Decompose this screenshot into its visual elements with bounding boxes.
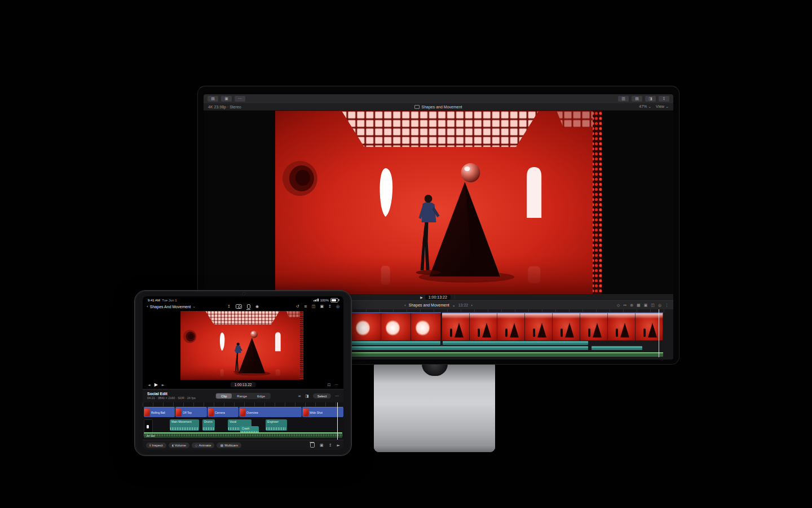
extensions-button[interactable]: ··· bbox=[235, 96, 245, 102]
ipad-toolbar: ‹ Shapes And Movement ⌄ ↥ ◉ ↺ ≡ ◫ ▣ ↥ ◎ bbox=[143, 303, 343, 310]
fcp-ipad-app: 9:41 AM Tue Jun 1 100% ‹ Shapes And Move… bbox=[143, 296, 343, 450]
playhead[interactable] bbox=[337, 402, 338, 440]
multicam-view-icon[interactable]: ▦ bbox=[637, 303, 641, 308]
viewer-video bbox=[275, 111, 602, 294]
viewer-icon bbox=[414, 105, 420, 109]
audio-clip[interactable] bbox=[351, 346, 588, 350]
inspect-button[interactable]: ℹ Inspect bbox=[146, 443, 166, 448]
add-clip-icon[interactable]: ⊕ bbox=[630, 303, 633, 308]
viewer-overlay-icon[interactable]: ▣ bbox=[320, 304, 324, 309]
index-panel-button[interactable]: ▥ bbox=[618, 96, 629, 102]
video-clip[interactable]: Overview bbox=[239, 407, 302, 417]
display-stand bbox=[374, 364, 495, 452]
back-button[interactable]: ‹ bbox=[147, 304, 148, 309]
jog-mode-control: Clip Range Edge bbox=[215, 393, 271, 399]
browser-list-icon[interactable]: ≡ bbox=[304, 304, 307, 309]
video-clip[interactable] bbox=[351, 312, 441, 340]
ipad-viewer-video bbox=[180, 311, 304, 380]
timeline-forward-button[interactable]: › bbox=[471, 303, 473, 308]
undo-icon[interactable]: ↺ bbox=[296, 304, 299, 309]
multicam-button[interactable]: ▦ Multicam bbox=[217, 443, 241, 448]
jog-mode-range[interactable]: Range bbox=[232, 393, 252, 398]
browser-panel-button[interactable]: ▤ bbox=[632, 96, 642, 102]
audio-clip[interactable] bbox=[592, 346, 642, 350]
view-menu[interactable]: View ⌄ bbox=[656, 104, 669, 109]
audio-clip[interactable] bbox=[351, 341, 440, 345]
project-info-bar: Social Edit 04:21 · 3840 × 2160 · SDR · … bbox=[143, 389, 343, 402]
status-date: Tue Jun 1 bbox=[162, 299, 176, 302]
fullscreen-icon[interactable]: ⊡ bbox=[327, 383, 330, 387]
timeline-more-icon[interactable]: ··· bbox=[335, 394, 339, 398]
video-clip[interactable]: Off Top bbox=[175, 407, 207, 417]
keyframe-icon: ◇ bbox=[195, 443, 198, 447]
video-clip[interactable] bbox=[442, 312, 663, 340]
zoom-level-menu[interactable]: 47% ⌄ bbox=[639, 104, 651, 109]
playhead[interactable] bbox=[659, 309, 659, 357]
clip-skip-icon[interactable]: ► bbox=[337, 443, 340, 448]
ipad-transport: ◄ ▶ ► 1:00:13.22 ⊡ ··· bbox=[143, 380, 343, 389]
delete-icon[interactable] bbox=[310, 443, 315, 448]
export-icon[interactable]: ↥ bbox=[328, 304, 332, 309]
ipad-viewer bbox=[143, 310, 343, 380]
title-caret[interactable]: ⌄ bbox=[192, 304, 196, 309]
music-clip[interactable] bbox=[351, 352, 663, 357]
snapping-icon[interactable]: ◫ bbox=[651, 303, 655, 308]
desk-scene: ▤ ▣ ··· ▥ ▤ ◨ ↥ 4K 23.98p · Stereo Shape… bbox=[0, 0, 812, 508]
media-browser-button[interactable]: ▤ bbox=[208, 96, 218, 102]
speaker-icon: ◖ bbox=[172, 443, 174, 447]
battery-percent: 100% bbox=[320, 299, 329, 302]
audio-clip[interactable]: Engineer bbox=[266, 419, 287, 431]
mic-icon[interactable] bbox=[247, 304, 250, 309]
detach-audio-icon[interactable]: ↥ bbox=[329, 443, 332, 448]
connect-clip-icon[interactable]: ∞ bbox=[298, 394, 301, 398]
timeline-project-title[interactable]: Shapes and Movement bbox=[409, 303, 449, 307]
timeline-ruler[interactable] bbox=[143, 402, 343, 407]
audio-meters-icon[interactable]: ⋮ bbox=[453, 295, 457, 300]
project-title[interactable]: Shapes And Movement bbox=[150, 305, 191, 309]
viewer-more-icon[interactable]: ··· bbox=[334, 383, 338, 387]
snapshot-icon[interactable]: ▣ bbox=[320, 443, 324, 448]
music-clip[interactable]: Jet Set bbox=[144, 432, 342, 438]
play-button[interactable]: ▶ bbox=[420, 295, 423, 299]
trim-tool-icon[interactable]: ◇ bbox=[617, 303, 620, 308]
viewer-title-bar: 4K 23.98p · Stereo Shapes and Movement 4… bbox=[204, 103, 673, 111]
audio-clip[interactable]: Main Movement bbox=[170, 419, 199, 431]
multicam-icon: ▦ bbox=[220, 443, 223, 447]
inspector-panel-button[interactable]: ◨ bbox=[645, 96, 656, 102]
select-button[interactable]: Select bbox=[313, 393, 332, 398]
stand-cable-notch bbox=[422, 364, 448, 376]
timeline-more-icon[interactable]: ⋮ bbox=[665, 303, 669, 308]
photos-browser-button[interactable]: ▣ bbox=[221, 96, 232, 102]
overwrite-icon[interactable]: ◨ bbox=[305, 394, 309, 398]
video-clip[interactable]: Rolling Ball bbox=[144, 407, 175, 417]
video-clip[interactable]: Camera bbox=[208, 407, 239, 417]
import-media-icon[interactable]: ↥ bbox=[227, 304, 231, 309]
battery-icon bbox=[330, 298, 338, 303]
next-frame-button[interactable]: ► bbox=[162, 383, 165, 387]
animate-button[interactable]: ◇ Animate bbox=[192, 443, 215, 448]
timeline-duration: 13:22 bbox=[458, 303, 469, 307]
overlay-view-icon[interactable]: ▣ bbox=[644, 303, 648, 308]
jog-mode-clip[interactable]: Clip bbox=[216, 393, 232, 398]
timeline-settings-icon[interactable]: ◎ bbox=[658, 303, 661, 308]
volume-button[interactable]: ◖ Volume bbox=[169, 443, 189, 448]
project-name: Social Edit bbox=[147, 392, 196, 397]
settings-icon[interactable]: ◎ bbox=[336, 304, 339, 309]
play-button[interactable]: ▶ bbox=[155, 382, 158, 387]
front-camera bbox=[243, 293, 245, 295]
share-button[interactable]: ↥ bbox=[659, 96, 669, 102]
project-meta: 04:21 · 3840 × 2160 · SDR · 24 fps bbox=[147, 396, 196, 400]
audio-clip[interactable] bbox=[443, 341, 588, 345]
project-menu-caret[interactable]: ⌄ bbox=[452, 303, 456, 308]
camera-icon[interactable] bbox=[236, 304, 242, 309]
viewer-title: Shapes and Movement bbox=[361, 105, 515, 109]
ipad-timeline[interactable]: Rolling Ball Off Top Camera Overview Wid… bbox=[143, 402, 343, 440]
stand-foot bbox=[374, 445, 495, 452]
previous-frame-button[interactable]: ◄ bbox=[148, 383, 151, 387]
jog-mode-edge[interactable]: Edge bbox=[252, 393, 270, 398]
split-view-icon[interactable]: ◫ bbox=[312, 304, 316, 309]
clip-format-info: 4K 23.98p · Stereo bbox=[208, 105, 361, 109]
audio-clip[interactable]: Drums bbox=[202, 419, 215, 431]
transition-tool-icon[interactable]: ↔ bbox=[623, 303, 626, 308]
timeline-back-button[interactable]: ‹ bbox=[404, 303, 406, 308]
